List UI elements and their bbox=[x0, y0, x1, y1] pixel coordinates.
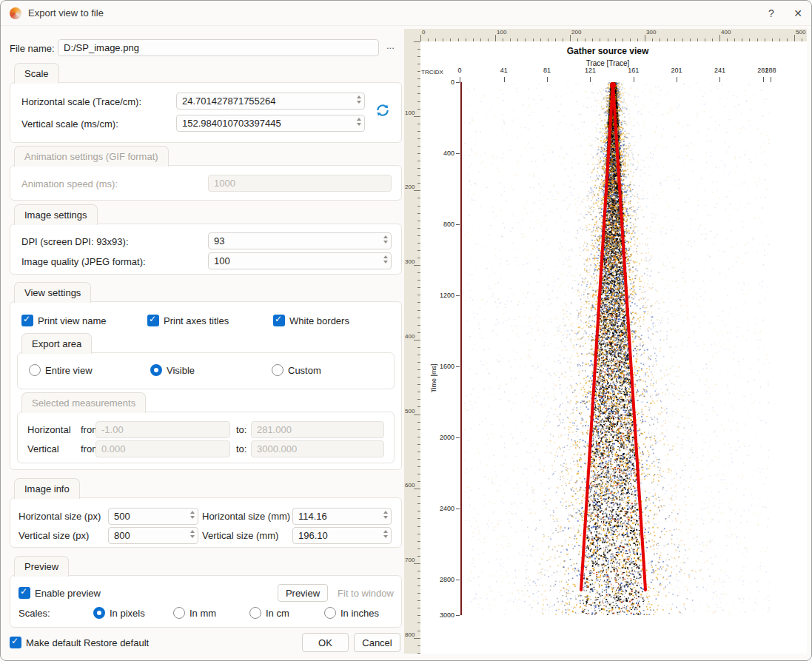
h-size-mm-input[interactable]: 114.16 bbox=[292, 508, 392, 525]
spinner-arrows[interactable] bbox=[383, 255, 388, 264]
time-axis-title: Time [ms] bbox=[430, 356, 437, 400]
tab-animation-settings: Animation settings (GIF format) bbox=[14, 146, 169, 167]
custom-radio[interactable] bbox=[272, 364, 283, 376]
refresh-scale-icon[interactable] bbox=[375, 103, 390, 118]
horizontal-scale-label: Horizontal scale (Trace/cm): bbox=[21, 96, 141, 107]
restore-default-button[interactable]: Restore default bbox=[84, 637, 149, 648]
spinner-arrows[interactable] bbox=[190, 511, 195, 519]
ruler-left-number: 200 bbox=[405, 184, 415, 190]
time-tick-number: 0 bbox=[420, 78, 454, 86]
trace-tick-labels: 04181121161201241281288 bbox=[420, 67, 795, 83]
animation-speed-input: 1000 bbox=[208, 175, 392, 192]
ruler-corner bbox=[404, 29, 420, 41]
v-size-px-label: Vertical size (px) bbox=[19, 530, 89, 541]
ruler-top-number: 200 bbox=[571, 29, 581, 36]
print-view-name-checkbox[interactable] bbox=[21, 315, 33, 326]
ruler-left-number: 300 bbox=[405, 258, 415, 265]
fit-to-window-button: Fit to window bbox=[331, 584, 400, 602]
horizontal-to-value: 281.000 bbox=[252, 422, 383, 435]
view-title: Gather source view bbox=[420, 46, 795, 56]
animation-speed-value: 1000 bbox=[209, 175, 391, 189]
trace-tick-number: 288 bbox=[761, 67, 780, 74]
spinner-arrows[interactable] bbox=[357, 118, 361, 126]
spinner-arrows[interactable] bbox=[357, 95, 361, 104]
vertical-to-value: 3000.000 bbox=[252, 441, 383, 454]
tab-export-area[interactable]: Export area bbox=[21, 333, 92, 354]
time-tick-number: 2800 bbox=[420, 576, 454, 583]
window-title: Export view to file bbox=[28, 7, 758, 19]
dpi-input[interactable]: 93 bbox=[208, 232, 392, 249]
dpi-label: DPI (screen DPI: 93x93): bbox=[21, 236, 129, 247]
h-size-px-label: Horizontal size (px) bbox=[19, 511, 101, 522]
visible-radio[interactable] bbox=[150, 364, 162, 376]
visible-label: Visible bbox=[167, 365, 195, 376]
time-tick-number: 1200 bbox=[420, 292, 454, 299]
in-mm-radio[interactable] bbox=[173, 607, 185, 619]
cancel-button[interactable]: Cancel bbox=[354, 633, 400, 652]
h-size-mm-label: Horizontal size (mm) bbox=[202, 511, 290, 522]
file-name-value: D:/SP_image.png bbox=[58, 40, 378, 53]
spinner-arrows[interactable] bbox=[190, 530, 195, 538]
white-borders-checkbox[interactable] bbox=[273, 315, 285, 326]
ruler-left-number: 800 bbox=[405, 631, 415, 638]
enable-preview-checkbox[interactable] bbox=[19, 587, 30, 599]
animation-speed-label: Animation speed (ms): bbox=[21, 178, 118, 189]
print-axes-titles-label: Print axes titles bbox=[164, 315, 229, 326]
title-bar: Export view to file ? ✕ bbox=[1, 1, 811, 26]
vertical-scale-value: 152.984010703397445 bbox=[177, 115, 364, 129]
entire-view-radio[interactable] bbox=[29, 364, 41, 376]
spinner-arrows[interactable] bbox=[383, 511, 388, 519]
close-icon[interactable]: ✕ bbox=[785, 1, 811, 25]
v-size-mm-input[interactable]: 196.10 bbox=[292, 527, 392, 544]
in-mm-label: In mm bbox=[189, 608, 216, 619]
help-button[interactable]: ? bbox=[758, 1, 785, 25]
ruler-top-number: 400 bbox=[721, 29, 731, 36]
in-cm-radio[interactable] bbox=[249, 607, 261, 619]
trace-tick-number: 41 bbox=[494, 67, 514, 74]
vertical-scale-input[interactable]: 152.984010703397445 bbox=[176, 115, 365, 132]
image-quality-input[interactable]: 100 bbox=[208, 252, 392, 269]
time-tick-labels: 0400800120016002000240028003000 bbox=[420, 41, 465, 654]
scales-label: Scales: bbox=[19, 608, 50, 619]
file-name-input[interactable]: D:/SP_image.png bbox=[58, 39, 379, 56]
make-default-label: Make default bbox=[26, 637, 81, 648]
tab-scale[interactable]: Scale bbox=[14, 63, 59, 84]
time-tick-number: 400 bbox=[420, 150, 454, 157]
time-tick-number: 1600 bbox=[420, 363, 454, 370]
tab-selected-measurements: Selected measurements bbox=[21, 392, 146, 413]
tab-view-settings[interactable]: View settings bbox=[14, 282, 91, 303]
ruler-top-number: 100 bbox=[497, 29, 506, 36]
make-default-checkbox[interactable] bbox=[10, 637, 21, 648]
v-size-px-input[interactable]: 800 bbox=[108, 527, 198, 544]
trace-tick-number: 81 bbox=[537, 67, 557, 74]
browse-button[interactable]: ... bbox=[386, 40, 395, 51]
trace-tick-number: 241 bbox=[710, 67, 729, 74]
vertical-to-input: 3000.000 bbox=[251, 440, 384, 457]
horizontal-from-value: -1.00 bbox=[96, 422, 229, 435]
vertical-from-input: 0.000 bbox=[95, 440, 230, 457]
trace-tick-number: 121 bbox=[580, 67, 600, 74]
tab-preview[interactable]: Preview bbox=[14, 556, 69, 577]
ruler-left-number: 600 bbox=[405, 482, 415, 489]
print-axes-titles-checkbox[interactable] bbox=[147, 315, 159, 326]
in-inches-radio[interactable] bbox=[324, 607, 336, 619]
horizontal-from-input: -1.00 bbox=[95, 421, 230, 438]
preview-button[interactable]: Preview bbox=[278, 584, 328, 602]
spinner-arrows[interactable] bbox=[383, 530, 388, 538]
v-size-mm-label: Vertical size (mm) bbox=[202, 530, 278, 541]
preview-image: Gather source view Trace [Trace] TRCIDX … bbox=[420, 41, 807, 654]
vertical-from-value: 0.000 bbox=[96, 441, 229, 454]
in-pixels-radio[interactable] bbox=[93, 607, 105, 619]
h-size-px-input[interactable]: 500 bbox=[108, 508, 198, 525]
tab-image-settings[interactable]: Image settings bbox=[14, 204, 98, 225]
file-name-label: File name: bbox=[10, 43, 55, 54]
time-tick-number: 800 bbox=[420, 221, 454, 228]
v-size-px-value: 800 bbox=[109, 528, 198, 541]
app-icon bbox=[10, 7, 21, 19]
tab-image-info[interactable]: Image info bbox=[14, 478, 80, 499]
in-inches-label: In inches bbox=[340, 608, 379, 619]
time-tick-number: 3000 bbox=[420, 611, 454, 619]
ok-button[interactable]: OK bbox=[302, 633, 349, 652]
horizontal-scale-input[interactable]: 24.701427871755264 bbox=[176, 93, 365, 110]
spinner-arrows[interactable] bbox=[383, 235, 388, 244]
